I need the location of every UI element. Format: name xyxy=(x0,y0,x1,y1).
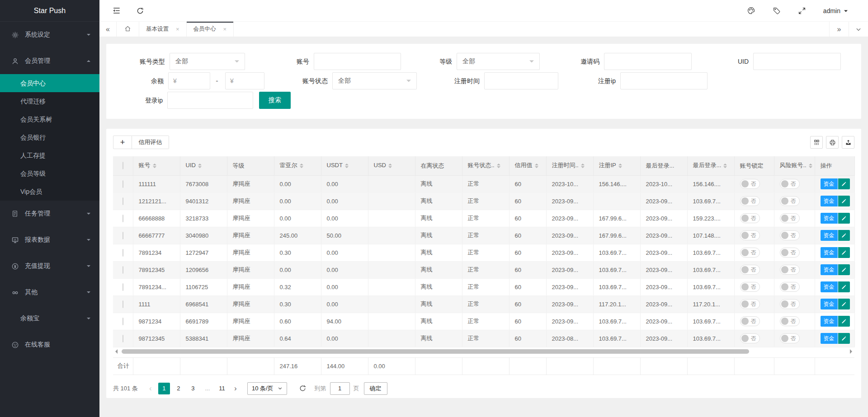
account-input[interactable] xyxy=(314,53,401,70)
sort-icon[interactable] xyxy=(497,162,500,170)
edit-button[interactable] xyxy=(838,316,850,327)
row-checkbox[interactable] xyxy=(123,266,123,274)
header-reg_time[interactable]: 注册时间.. xyxy=(546,156,593,175)
risk-toggle[interactable]: 否 xyxy=(780,282,800,292)
row-checkbox[interactable] xyxy=(123,335,123,342)
columns-icon[interactable] xyxy=(810,136,823,149)
row-checkbox[interactable] xyxy=(123,283,123,291)
page-number-3[interactable]: 3 xyxy=(187,383,199,394)
lock-toggle[interactable]: 否 xyxy=(740,333,760,343)
sidebar-subitem-manual-deposit[interactable]: 人工存提 xyxy=(0,146,99,164)
sort-desc-icon[interactable] xyxy=(300,166,303,170)
balance-max-input[interactable] xyxy=(225,72,264,89)
select-all-checkbox[interactable] xyxy=(123,162,123,169)
sidebar-item-deposit-withdraw[interactable]: 充值提现 xyxy=(0,253,99,279)
edit-button[interactable] xyxy=(838,196,850,206)
sort-icon[interactable] xyxy=(618,162,622,170)
horizontal-scrollbar[interactable] xyxy=(113,348,854,355)
sidebar-item-task-management[interactable]: 任务管理 xyxy=(0,201,99,227)
sort-desc-icon[interactable] xyxy=(198,166,202,170)
sort-desc-icon[interactable] xyxy=(535,166,538,170)
sidebar-subitem-member-tree[interactable]: 会员关系树 xyxy=(0,110,99,128)
tabs-scroll-right-button[interactable]: » xyxy=(829,22,849,37)
sort-desc-icon[interactable] xyxy=(809,166,812,170)
page-next-button[interactable]: › xyxy=(229,383,242,394)
header-usd[interactable]: USD xyxy=(368,156,415,175)
fund-button[interactable]: 资金 xyxy=(821,264,838,275)
header-usdt[interactable]: USDT xyxy=(321,156,368,175)
sort-desc-icon[interactable] xyxy=(497,166,500,170)
sort-asc-icon[interactable] xyxy=(345,162,349,165)
sidebar-subitem-member-bank[interactable]: 会员银行 xyxy=(0,128,99,146)
sort-icon[interactable] xyxy=(300,162,303,170)
row-checkbox[interactable] xyxy=(123,197,123,205)
sort-icon[interactable] xyxy=(153,162,156,170)
sort-asc-icon[interactable] xyxy=(618,162,622,165)
scroll-left-arrow-icon[interactable] xyxy=(113,349,118,354)
risk-toggle[interactable]: 否 xyxy=(780,299,800,309)
sort-desc-icon[interactable] xyxy=(345,166,349,170)
register-time-input[interactable] xyxy=(484,72,558,89)
row-checkbox[interactable] xyxy=(123,232,123,239)
sidebar-subitem-member-center[interactable]: 会员中心 xyxy=(0,74,99,92)
sidebar-subitem-agent-migration[interactable]: 代理迁移 xyxy=(0,92,99,110)
sort-icon[interactable] xyxy=(581,162,585,170)
home-tab[interactable] xyxy=(117,22,139,37)
fund-button[interactable]: 资金 xyxy=(821,230,838,241)
header-uid[interactable]: UID xyxy=(180,156,227,175)
risk-toggle[interactable]: 否 xyxy=(780,213,800,223)
lock-toggle[interactable]: 否 xyxy=(740,213,760,223)
edit-button[interactable] xyxy=(838,247,850,258)
sort-icon[interactable] xyxy=(345,162,349,170)
search-button[interactable]: 搜索 xyxy=(259,92,291,109)
lock-toggle[interactable]: 否 xyxy=(740,248,760,258)
close-icon[interactable]: × xyxy=(223,26,227,33)
sort-asc-icon[interactable] xyxy=(723,162,727,165)
page-prev-button[interactable]: ‹ xyxy=(144,383,157,394)
sidebar-item-report-data[interactable]: 报表数据 xyxy=(0,227,99,253)
register-ip-input[interactable] xyxy=(620,72,708,89)
sidebar-subitem-member-level[interactable]: 会员等级 xyxy=(0,164,99,183)
close-icon[interactable]: × xyxy=(176,26,179,33)
row-checkbox[interactable] xyxy=(123,300,123,308)
fund-button[interactable]: 资金 xyxy=(821,316,838,327)
scrollbar-track[interactable] xyxy=(119,349,849,354)
risk-toggle[interactable]: 否 xyxy=(780,316,800,326)
sort-asc-icon[interactable] xyxy=(809,162,812,165)
sort-desc-icon[interactable] xyxy=(581,166,585,170)
page-number-2[interactable]: 2 xyxy=(173,383,184,394)
sidebar-item-yuebao[interactable]: 余额宝 xyxy=(0,305,99,332)
sidebar-item-online-service[interactable]: 在线客服 xyxy=(0,332,99,358)
pagination-refresh-icon[interactable] xyxy=(299,384,307,392)
fund-button[interactable]: 资金 xyxy=(821,281,838,292)
edit-button[interactable] xyxy=(838,213,850,224)
edit-button[interactable] xyxy=(838,264,850,275)
sort-desc-icon[interactable] xyxy=(153,166,156,170)
credit-evaluate-button[interactable]: 信用评估 xyxy=(132,136,169,149)
risk-toggle[interactable]: 否 xyxy=(780,333,800,343)
scroll-right-arrow-icon[interactable] xyxy=(850,349,854,354)
lock-toggle[interactable]: 否 xyxy=(740,230,760,240)
page-number-1[interactable]: 1 xyxy=(158,383,170,394)
sort-asc-icon[interactable] xyxy=(388,162,392,165)
edit-button[interactable] xyxy=(838,281,850,292)
edit-button[interactable] xyxy=(838,299,850,309)
level-select[interactable]: 全部 xyxy=(457,53,540,70)
per-page-select[interactable]: 10 条/页 xyxy=(247,382,287,395)
sort-asc-icon[interactable] xyxy=(497,162,500,165)
goto-page-input[interactable] xyxy=(330,382,350,395)
lock-toggle[interactable]: 否 xyxy=(740,265,760,275)
header-reg_ip[interactable]: 注册IP xyxy=(593,156,640,175)
fund-button[interactable]: 资金 xyxy=(821,178,838,189)
sidebar-item-other[interactable]: 其他 xyxy=(0,279,99,305)
edit-button[interactable] xyxy=(838,178,850,189)
palette-icon[interactable] xyxy=(747,6,755,15)
lock-toggle[interactable]: 否 xyxy=(740,179,760,189)
risk-toggle[interactable]: 否 xyxy=(780,230,800,240)
risk-toggle[interactable]: 否 xyxy=(780,179,800,189)
sidebar-item-member-management[interactable]: 会员管理 xyxy=(0,48,99,74)
header-risk[interactable]: 风险账号.. xyxy=(774,156,815,175)
header-account[interactable]: 账号 xyxy=(133,156,180,175)
lock-toggle[interactable]: 否 xyxy=(740,299,760,309)
sidebar-item-system-settings[interactable]: 系统设定 xyxy=(0,22,99,48)
